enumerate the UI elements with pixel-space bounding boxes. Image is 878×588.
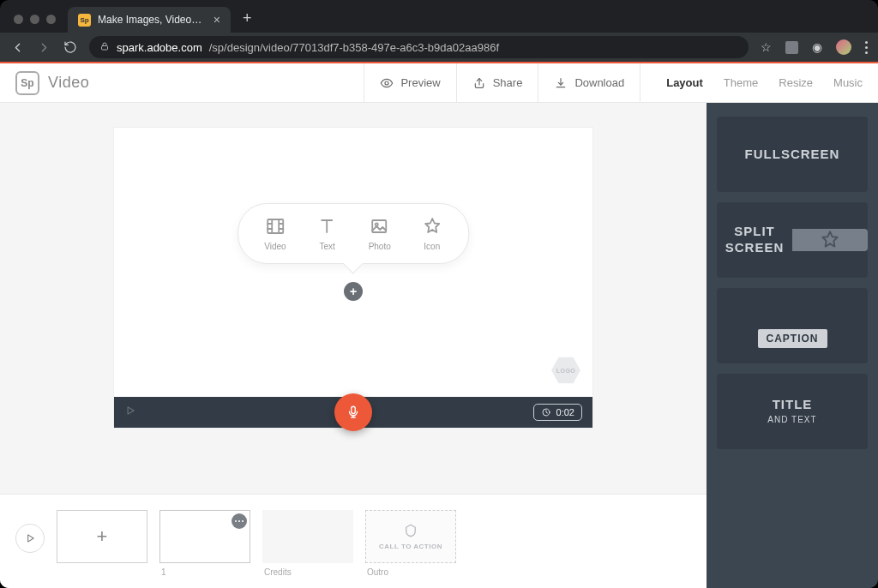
layout-title-text[interactable]: TITLE AND TEXT xyxy=(717,374,868,449)
main-area: Video Text Photo xyxy=(0,103,878,588)
play-all-button[interactable] xyxy=(15,524,45,553)
image-icon xyxy=(370,216,390,237)
logo-placeholder[interactable]: LOGO xyxy=(551,356,580,385)
mini-timeline: 0:02 xyxy=(114,397,592,428)
tab-strip: Sp Make Images, Videos and Web… × + xyxy=(0,0,878,33)
star-outline-icon xyxy=(819,229,841,251)
svg-point-1 xyxy=(385,81,388,85)
new-tab-button[interactable]: + xyxy=(231,9,264,33)
outro-slot[interactable]: CALL TO ACTION Outro xyxy=(365,510,456,577)
url-field[interactable]: spark.adobe.com/sp/design/video/77013df7… xyxy=(89,36,749,58)
text-icon xyxy=(317,216,338,237)
clock-icon xyxy=(541,407,551,417)
eye-icon xyxy=(380,76,394,90)
insert-icon[interactable]: Icon xyxy=(422,216,442,251)
tab-layout[interactable]: Layout xyxy=(666,76,703,89)
insert-text[interactable]: Text xyxy=(317,216,338,251)
kebab-icon[interactable] xyxy=(865,41,868,54)
stage-wrap: Video Text Photo xyxy=(0,103,707,494)
browser-window: Sp Make Images, Videos and Web… × + spar… xyxy=(0,0,878,588)
tab-theme[interactable]: Theme xyxy=(724,76,758,89)
duration-pill[interactable]: 0:02 xyxy=(533,404,582,421)
record-button[interactable] xyxy=(334,393,372,431)
share-icon xyxy=(472,76,486,90)
slide-menu-icon[interactable] xyxy=(232,513,247,529)
browser-tab[interactable]: Sp Make Images, Videos and Web… × xyxy=(68,7,231,33)
insert-video[interactable]: Video xyxy=(264,216,286,251)
layout-split-screen[interactable]: SPLITSCREEN xyxy=(717,202,868,278)
credits-slot[interactable]: Credits xyxy=(262,510,353,577)
browser-chrome: Sp Make Images, Videos and Web… × + spar… xyxy=(0,0,878,62)
layout-caption[interactable]: CAPTION xyxy=(717,288,868,363)
outro-thumb[interactable]: CALL TO ACTION xyxy=(365,510,456,563)
canvas-column: Video Text Photo xyxy=(0,103,707,588)
editor-tabs: Layout Theme Resize Music xyxy=(666,76,863,89)
profile-avatar[interactable] xyxy=(836,39,851,55)
layout-fullscreen-label: FULLSCREEN xyxy=(745,147,840,163)
star-icon xyxy=(422,216,442,237)
stage-body[interactable]: Video Text Photo xyxy=(114,128,592,397)
timeline-play-icon[interactable] xyxy=(124,405,136,420)
tab-resize[interactable]: Resize xyxy=(779,76,813,89)
title-label: TITLE xyxy=(773,397,813,411)
slide-slot-1[interactable]: 1 xyxy=(159,510,250,577)
microphone-icon xyxy=(346,405,361,420)
preview-label: Preview xyxy=(400,76,440,89)
download-label: Download xyxy=(574,76,624,89)
browser-actions: ☆ ◉ xyxy=(761,39,868,55)
insert-photo-label: Photo xyxy=(369,242,391,251)
insert-photo[interactable]: Photo xyxy=(369,216,391,251)
badge-icon xyxy=(403,523,418,538)
duration-value: 0:02 xyxy=(556,407,574,417)
insert-text-label: Text xyxy=(319,242,334,251)
back-icon[interactable] xyxy=(10,40,25,55)
svg-rect-0 xyxy=(102,45,108,50)
title-sub-label: AND TEXT xyxy=(767,415,816,426)
forward-icon[interactable] xyxy=(37,40,51,55)
insert-icon-label: Icon xyxy=(424,242,440,251)
svg-rect-2 xyxy=(268,219,283,233)
add-slide-slot[interactable]: + xyxy=(57,510,147,563)
url-path: /sp/design/video/77013df7-b358-497e-a6c3… xyxy=(209,41,499,54)
preview-button[interactable]: Preview xyxy=(364,63,455,102)
split-label-2: SCREEN xyxy=(725,240,785,255)
split-label-1: SPLIT xyxy=(734,224,775,238)
download-button[interactable]: Download xyxy=(538,63,640,102)
header-actions: Preview Share Download xyxy=(364,63,640,102)
favicon: Sp xyxy=(78,14,91,27)
cta-label: CALL TO ACTION xyxy=(379,543,442,550)
outro-label: Outro xyxy=(365,567,456,577)
extension-icon[interactable] xyxy=(785,41,798,54)
slide-thumb-1[interactable] xyxy=(159,510,250,563)
download-icon xyxy=(554,76,568,90)
layout-caption-label: CAPTION xyxy=(758,329,827,348)
svg-rect-3 xyxy=(373,220,387,232)
reload-icon[interactable] xyxy=(63,40,77,54)
window-controls[interactable] xyxy=(14,15,56,24)
extension-icon-2[interactable]: ◉ xyxy=(812,40,822,54)
layout-panel: FULLSCREEN SPLITSCREEN CAPTION TITLE AND… xyxy=(707,103,878,588)
product-name: Video xyxy=(48,74,89,92)
share-button[interactable]: Share xyxy=(456,63,538,102)
share-label: Share xyxy=(493,76,523,89)
slide-1-label: 1 xyxy=(159,567,250,577)
tab-title: Make Images, Videos and Web… xyxy=(98,14,207,26)
insert-video-label: Video xyxy=(264,242,286,251)
address-bar: spark.adobe.com/sp/design/video/77013df7… xyxy=(0,33,878,62)
add-content-button[interactable]: + xyxy=(344,282,363,301)
lock-icon xyxy=(99,41,110,54)
stage: Video Text Photo xyxy=(113,127,593,429)
brand: Sp Video xyxy=(15,71,89,95)
close-icon[interactable]: × xyxy=(213,13,220,27)
insert-popover: Video Text Photo xyxy=(238,203,469,264)
url-host: spark.adobe.com xyxy=(117,41,202,54)
credits-thumb[interactable] xyxy=(262,510,353,563)
split-image-half xyxy=(792,229,868,251)
add-slide-button[interactable]: + xyxy=(57,510,147,563)
layout-fullscreen[interactable]: FULLSCREEN xyxy=(717,117,868,192)
app-header: Sp Video Preview Share Download Layout T… xyxy=(0,63,878,103)
tab-music[interactable]: Music xyxy=(833,76,863,89)
filmstrip: + 1 Credits CALL TO ACTION xyxy=(0,494,707,588)
star-icon[interactable]: ☆ xyxy=(761,40,772,54)
split-text-half: SPLITSCREEN xyxy=(717,224,792,256)
